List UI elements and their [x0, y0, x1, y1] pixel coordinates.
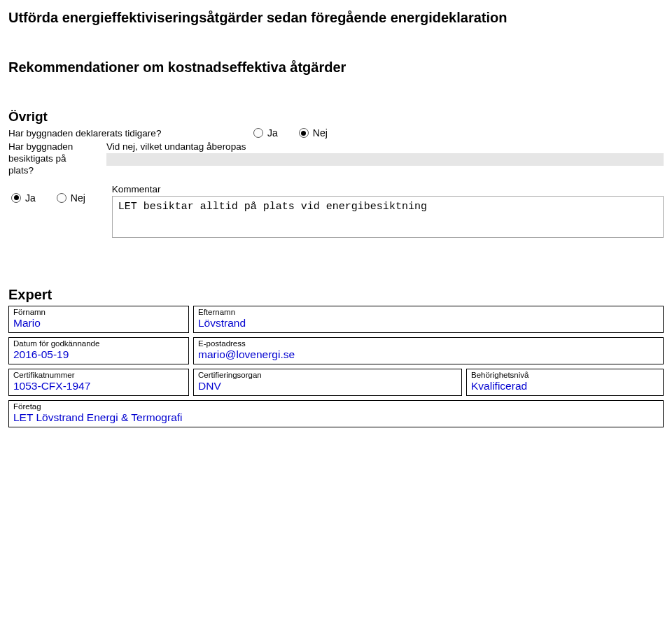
expert-date-email-row: Datum för godkännande 2016-05-19 E-posta… [8, 337, 664, 364]
question-declared-row: Har byggnaden deklarerats tidigare? Ja N… [8, 127, 664, 139]
declared-ja-label: Ja [267, 127, 278, 139]
declared-radio-group: Ja Nej [253, 127, 328, 139]
foretag-label: Företag [13, 402, 659, 411]
declared-nej-option[interactable]: Nej [299, 127, 328, 139]
efternamn-cell: Efternamn Lövstrand [193, 306, 664, 333]
radio-empty-icon [57, 193, 66, 203]
expert-foretag-row: Företag LET Lövstrand Energi & Termograf… [8, 400, 664, 427]
organ-label: Certifieringsorgan [198, 371, 457, 379]
niva-label: Behörighetsnivå [471, 371, 659, 379]
inspected-nej-label: Nej [71, 192, 85, 204]
organ-value: DNV [198, 380, 457, 392]
fornamn-cell: Förnamn Mario [8, 306, 189, 333]
datum-label: Datum för godkännande [13, 339, 184, 348]
section-utforda-heading: Utförda energieffektiviseringsåtgärder s… [8, 10, 664, 26]
cert-value: 1053-CFX-1947 [13, 380, 184, 392]
fornamn-value: Mario [13, 317, 184, 329]
question-inspected-label-line2: besiktigats på plats? [8, 153, 92, 177]
section-expert-heading: Expert [8, 287, 664, 303]
fornamn-label: Förnamn [13, 308, 184, 316]
question-inspected-row: Har byggnaden besiktigats på plats? Vid … [8, 141, 664, 177]
question-inspected-label: Har byggnaden besiktigats på plats? [8, 141, 92, 177]
datum-value: 2016-05-19 [13, 348, 184, 361]
declared-ja-option[interactable]: Ja [253, 127, 278, 139]
epost-value: mario@lovenergi.se [198, 348, 659, 361]
declared-nej-label: Nej [313, 127, 328, 139]
inspected-radio-group: Ja Nej [8, 184, 85, 204]
kommentar-label: Kommentar [112, 184, 664, 194]
cert-cell: Certifikatnummer 1053-CFX-1947 [8, 369, 189, 396]
organ-cell: Certifieringsorgan DNV [193, 369, 462, 396]
radio-selected-icon [299, 128, 309, 138]
efternamn-label: Efternamn [198, 308, 659, 316]
kommentar-textarea[interactable]: LET besiktar alltid på plats vid energib… [112, 196, 664, 238]
section-ovrigt-heading: Övrigt [8, 109, 664, 125]
foretag-cell: Företag LET Lövstrand Energi & Termograf… [8, 400, 664, 427]
undantag-input[interactable] [106, 153, 664, 166]
radio-selected-icon [11, 193, 21, 203]
inspected-ja-label: Ja [25, 192, 36, 204]
question-declared-label: Har byggnaden deklarerats tidigare? [8, 128, 238, 139]
foretag-value: LET Lövstrand Energi & Termografi [13, 411, 659, 424]
cert-label: Certifikatnummer [13, 371, 184, 379]
expert-name-row: Förnamn Mario Efternamn Lövstrand [8, 306, 664, 333]
inspected-nej-option[interactable]: Nej [57, 192, 85, 204]
expert-cert-row: Certifikatnummer 1053-CFX-1947 Certifier… [8, 369, 664, 396]
datum-cell: Datum för godkännande 2016-05-19 [8, 337, 189, 364]
undantag-label: Vid nej, vilket undantag åberopas [106, 141, 664, 152]
inspected-ja-option[interactable]: Ja [11, 192, 36, 204]
niva-cell: Behörighetsnivå Kvalificerad [466, 369, 664, 396]
undantag-block: Vid nej, vilket undantag åberopas [106, 141, 664, 166]
radio-empty-icon [253, 128, 263, 138]
efternamn-value: Lövstrand [198, 317, 659, 329]
inspected-answer-row: Ja Nej Kommentar LET besiktar alltid på … [8, 184, 664, 238]
kommentar-block: Kommentar LET besiktar alltid på plats v… [112, 184, 664, 238]
question-inspected-label-line1: Har byggnaden [8, 141, 92, 153]
epost-cell: E-postadress mario@lovenergi.se [193, 337, 664, 364]
section-rekommendationer-heading: Rekommendationer om kostnadseffektiva åt… [8, 59, 664, 76]
epost-label: E-postadress [198, 339, 659, 348]
niva-value: Kvalificerad [471, 380, 659, 392]
